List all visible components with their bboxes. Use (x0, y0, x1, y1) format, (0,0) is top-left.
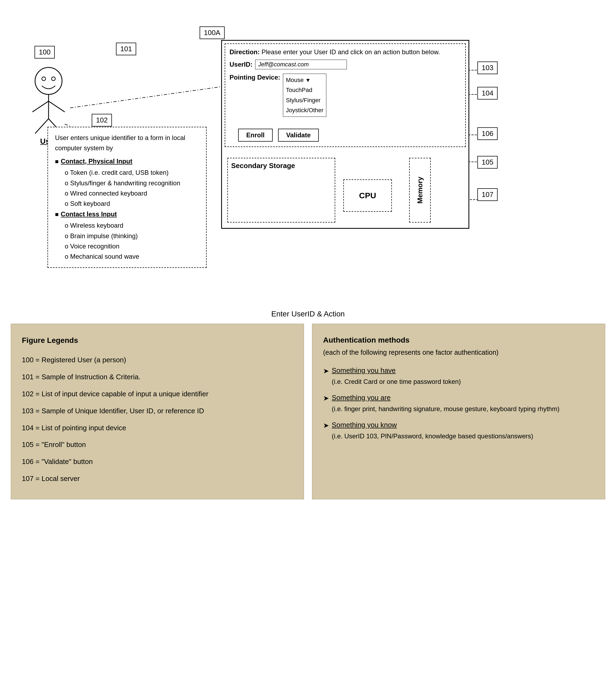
legend-item-3: 103 = Sample of Unique Identifier, User … (22, 405, 293, 417)
label-107: 107 (478, 188, 498, 201)
input-method-box: User enters unique identifier to a form … (48, 127, 207, 268)
secondary-storage-label: Secondary Storage (231, 162, 295, 170)
contactless-input-header: ■ Contact less Input (55, 209, 199, 219)
userid-label: UserID: (229, 61, 253, 68)
auth-desc-2: (i.e. UserID 103, PIN/Password, knowledg… (332, 431, 533, 442)
auth-desc-1: (i.e. finger print, handwriting signatur… (332, 403, 559, 414)
auth-main-2: Something you know (332, 419, 533, 431)
userid-row: UserID: Jeff@comcast.com (229, 60, 461, 69)
auth-item-2: ➤ Something you know (i.e. UserID 103, P… (323, 419, 594, 442)
legend-item-7: 107 = Local server (22, 472, 293, 485)
touchpad-option: TouchPad (286, 85, 323, 95)
enroll-button[interactable]: Enroll (238, 129, 273, 142)
physical-items: Token (i.e. credit card, USB token) Styl… (55, 168, 199, 209)
diagram-caption: Enter UserID & Action (271, 310, 345, 318)
auth-content-2: Something you know (i.e. UserID 103, PIN… (332, 419, 533, 442)
label-101: 101 (116, 43, 136, 55)
svg-line-13 (33, 101, 49, 112)
pointing-area: Pointing Device: Mouse ▼ TouchPad Stylus… (229, 74, 461, 117)
svg-line-0 (70, 86, 224, 108)
svg-point-10 (42, 77, 46, 81)
input-intro: User enters unique identifier to a form … (55, 133, 199, 154)
auth-main-0: Something you have (332, 364, 461, 376)
authentication-box: Authentication methods (each of the foll… (312, 324, 605, 499)
svg-point-9 (35, 67, 62, 95)
svg-point-11 (52, 77, 55, 81)
direction-text: Please enter your User ID and click on a… (262, 48, 440, 56)
physical-item-2: Stylus/finger & handwriting recognition (65, 178, 199, 188)
auth-subtitle: (each of the following represents one fa… (323, 347, 594, 358)
legend-item-2: 102 = List of input device capable of in… (22, 388, 293, 400)
label-100: 100 (35, 46, 55, 59)
label-102: 102 (92, 114, 112, 126)
label-104: 104 (478, 87, 498, 100)
validate-button[interactable]: Validate (278, 129, 319, 142)
physical-input-header: ■ Contact, Physical Input (55, 156, 199, 166)
diagram-section: User 100 101 100A 102 103 104 105 106 10… (11, 11, 605, 307)
direction-line: Direction: Please enter your User ID and… (229, 48, 461, 56)
contactless-item-1: Wireless keyboard (65, 220, 199, 231)
auth-content-1: Something you are (i.e. finger print, ha… (332, 392, 559, 414)
auth-item-0: ➤ Something you have (i.e. Credit Card o… (323, 364, 594, 387)
memory-box: Memory (409, 158, 431, 223)
contactless-item-4: Mechanical sound wave (65, 251, 199, 262)
bullet-square-icon: ■ (55, 157, 59, 166)
cursor-icon: ▼ (305, 75, 311, 85)
auth-arrow-0: ➤ (323, 365, 329, 377)
auth-arrow-1: ➤ (323, 392, 329, 404)
computer-box: Direction: Please enter your User ID and… (221, 40, 469, 229)
memory-label: Memory (416, 177, 424, 204)
auth-item-1: ➤ Something you are (i.e. finger print, … (323, 392, 594, 414)
legend-section: Figure Legends 100 = Registered User (a … (11, 324, 605, 499)
legend-item-1: 101 = Sample of Instruction & Criteria. (22, 371, 293, 383)
bullet-square-icon-2: ■ (55, 210, 59, 219)
pointing-label: Pointing Device: (229, 74, 280, 81)
label-106: 106 (478, 127, 498, 140)
contactless-item-2: Brain impulse (thinking) (65, 231, 199, 241)
svg-line-14 (49, 101, 65, 112)
contactless-item-3: Voice recognition (65, 241, 199, 251)
legend-item-4: 104 = List of pointing input device (22, 421, 293, 434)
svg-line-15 (35, 119, 49, 133)
physical-label: Contact, Physical Input (61, 156, 132, 166)
userid-input[interactable]: Jeff@comcast.com (255, 60, 347, 69)
physical-item-1: Token (i.e. credit card, USB token) (65, 168, 199, 178)
legend-item-6: 106 = "Validate" button (22, 455, 293, 468)
auth-desc-0: (i.e. Credit Card or one time password t… (332, 376, 461, 387)
cpu-label: CPU (359, 191, 376, 200)
contactless-items: Wireless keyboard Brain impulse (thinkin… (55, 220, 199, 262)
label-105: 105 (478, 156, 498, 169)
mouse-option: Mouse ▼ (286, 75, 323, 85)
label-100a: 100A (200, 26, 225, 39)
auth-main-1: Something you are (332, 392, 559, 403)
contactless-label: Contact less Input (61, 209, 117, 219)
figure-legends-box: Figure Legends 100 = Registered User (a … (11, 324, 304, 499)
button-row: Enroll Validate (238, 129, 319, 142)
legend-item-0: 100 = Registered User (a person) (22, 354, 293, 366)
stylus-option: Stylus/Finger (286, 95, 323, 105)
cpu-box: CPU (343, 179, 392, 212)
label-103: 103 (478, 61, 498, 74)
legend-item-5: 105 = "Enroll" button (22, 438, 293, 451)
joystick-option: Joystick/Other (286, 105, 323, 115)
auth-arrow-2: ➤ (323, 419, 329, 431)
mouse-text: Mouse (286, 75, 304, 85)
pointing-device-list: Mouse ▼ TouchPad Stylus/Finger Joystick/… (283, 74, 326, 117)
direction-bold: Direction: (229, 48, 260, 56)
auth-content-0: Something you have (i.e. Credit Card or … (332, 364, 461, 387)
legend-title: Figure Legends (22, 334, 293, 347)
auth-title: Authentication methods (323, 334, 594, 347)
physical-item-4: Soft keyboard (65, 199, 199, 209)
physical-item-3: Wired connected keyboard (65, 188, 199, 199)
secondary-storage: Secondary Storage (227, 158, 335, 223)
